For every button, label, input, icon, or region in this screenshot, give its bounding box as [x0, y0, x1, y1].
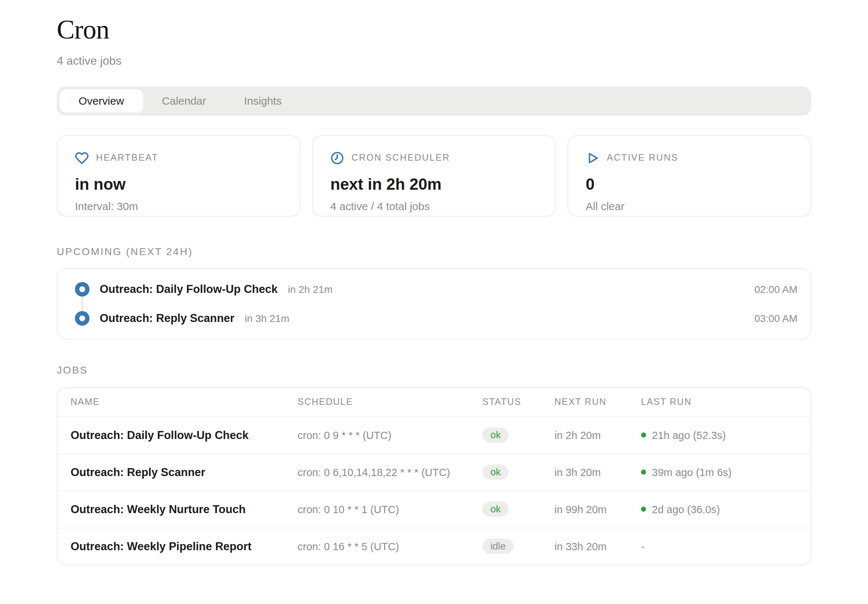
column-header-next-run: NEXT RUN	[555, 397, 641, 407]
table-row[interactable]: Outreach: Reply Scanner cron: 0 6,10,14,…	[57, 453, 811, 490]
job-next-run: in 3h 20m	[555, 466, 641, 478]
job-name: Outreach: Daily Follow-Up Check	[71, 428, 298, 442]
stat-label: ACTIVE RUNS	[607, 153, 679, 163]
page: Cron 4 active jobs Overview Calendar Ins…	[0, 15, 868, 604]
job-schedule: cron: 0 9 * * * (UTC)	[298, 429, 482, 441]
heartbeat-interval: Interval: 30m	[75, 199, 282, 212]
upcoming-relative-time: in 3h 21m	[245, 312, 289, 324]
jobs-section-heading: JOBS	[57, 364, 811, 375]
column-header-name: NAME	[71, 397, 298, 407]
tab-bar: Overview Calendar Insights	[57, 86, 811, 115]
upcoming-list: Outreach: Daily Follow-Up Check in 2h 21…	[57, 268, 811, 339]
status-badge: ok	[482, 465, 509, 480]
jobs-table-header: NAME SCHEDULE STATUS NEXT RUN LAST RUN	[57, 388, 811, 416]
upcoming-clock-time: 03:00 AM	[755, 312, 797, 324]
play-icon	[586, 151, 600, 165]
tab-insights[interactable]: Insights	[225, 89, 301, 112]
page-title: Cron	[57, 15, 811, 45]
upcoming-item[interactable]: Outreach: Daily Follow-Up Check in 2h 21…	[57, 274, 811, 303]
next-run-value: next in 2h 20m	[330, 175, 538, 194]
jobs-summary: 4 active / 4 total jobs	[330, 199, 538, 212]
column-header-last-run: LAST RUN	[641, 397, 797, 407]
table-row[interactable]: Outreach: Weekly Pipeline Report cron: 0…	[57, 527, 811, 564]
upcoming-relative-time: in 2h 21m	[288, 283, 333, 295]
column-header-schedule: SCHEDULE	[298, 397, 482, 407]
job-schedule: cron: 0 10 * * 1 (UTC)	[298, 503, 482, 515]
status-badge: idle	[482, 539, 514, 554]
upcoming-item[interactable]: Outreach: Reply Scanner in 3h 21m 03:00 …	[57, 303, 811, 332]
job-schedule: cron: 0 6,10,14,18,22 * * * (UTC)	[298, 466, 482, 478]
column-header-status: STATUS	[482, 397, 555, 407]
upcoming-clock-time: 02:00 AM	[755, 283, 797, 295]
job-last-run: 21h ago (52.3s)	[641, 429, 797, 441]
job-last-run: 39m ago (1m 6s)	[641, 466, 797, 478]
job-last-run: 2d ago (36.0s)	[641, 503, 797, 515]
tab-overview[interactable]: Overview	[60, 89, 143, 112]
success-dot-icon	[641, 470, 646, 474]
job-next-run: in 33h 20m	[555, 541, 641, 552]
jobs-table: NAME SCHEDULE STATUS NEXT RUN LAST RUN O…	[57, 387, 811, 565]
upcoming-job-name: Outreach: Daily Follow-Up Check	[100, 283, 277, 295]
table-row[interactable]: Outreach: Weekly Nurture Touch cron: 0 1…	[57, 490, 811, 527]
stat-cards: HEARTBEAT in now Interval: 30m CRON SCHE…	[57, 135, 811, 216]
status-badge: ok	[482, 427, 509, 443]
heart-icon	[75, 151, 89, 165]
stat-label: HEARTBEAT	[96, 153, 158, 163]
job-schedule: cron: 0 16 * * 5 (UTC)	[298, 541, 482, 552]
heartbeat-card: HEARTBEAT in now Interval: 30m	[57, 135, 301, 216]
job-name: Outreach: Weekly Nurture Touch	[71, 503, 298, 516]
job-next-run: in 2h 20m	[555, 429, 641, 441]
success-dot-icon	[641, 507, 646, 512]
job-last-run: -	[641, 541, 797, 552]
active-jobs-count: 4 active jobs	[57, 54, 811, 67]
table-row[interactable]: Outreach: Daily Follow-Up Check cron: 0 …	[57, 416, 811, 453]
heartbeat-value: in now	[75, 175, 282, 194]
active-runs-status: All clear	[586, 199, 793, 212]
cron-scheduler-card: CRON SCHEDULER next in 2h 20m 4 active /…	[312, 135, 556, 216]
upcoming-job-name: Outreach: Reply Scanner	[100, 312, 234, 324]
timeline-dot-icon	[75, 282, 90, 296]
stat-label: CRON SCHEDULER	[352, 153, 450, 163]
upcoming-section-heading: UPCOMING (NEXT 24H)	[57, 245, 811, 257]
job-next-run: in 99h 20m	[555, 503, 641, 515]
success-dot-icon	[641, 433, 646, 437]
status-badge: ok	[482, 502, 509, 517]
tab-calendar[interactable]: Calendar	[143, 89, 225, 112]
active-runs-card: ACTIVE RUNS 0 All clear	[567, 135, 811, 216]
job-name: Outreach: Reply Scanner	[71, 465, 298, 479]
timeline-dot-icon	[75, 311, 90, 325]
job-name: Outreach: Weekly Pipeline Report	[71, 540, 298, 553]
active-runs-count: 0	[586, 175, 793, 194]
clock-icon	[330, 151, 344, 165]
